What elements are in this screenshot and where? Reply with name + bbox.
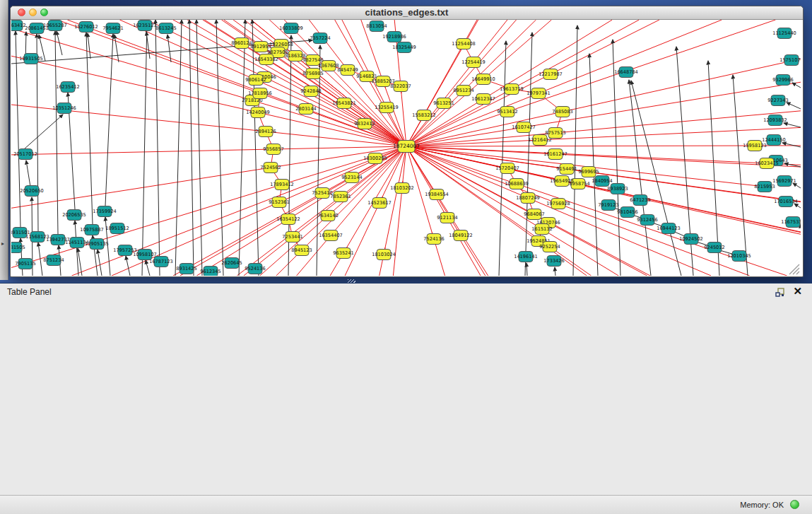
graph-node[interactable]: 14240049 xyxy=(246,107,270,118)
graph-node[interactable]: 15751074 xyxy=(779,55,801,66)
close-window-button[interactable] xyxy=(18,8,25,16)
collapsed-panel-strip[interactable]: ▸ xyxy=(0,0,8,280)
graph-node[interactable]: 2894126 xyxy=(255,127,276,137)
svg-text:16235123: 16235123 xyxy=(133,23,157,28)
graph-node[interactable]: 10688639 xyxy=(505,179,529,189)
graph-node[interactable]: 19384554 xyxy=(425,189,449,200)
graph-node[interactable]: 9612345 xyxy=(200,267,220,276)
graph-node[interactable]: 13255419 xyxy=(375,103,399,113)
svg-text:7525410: 7525410 xyxy=(312,190,332,196)
network-graph[interactable]: 9663412208614511065528715276012795462116… xyxy=(11,20,801,276)
svg-text:18931505: 18931505 xyxy=(19,56,43,62)
svg-text:15583212: 15583212 xyxy=(412,112,436,118)
svg-text:16107427: 16107427 xyxy=(512,124,536,130)
graph-node[interactable]: 7524136 xyxy=(423,234,444,245)
graph-node[interactable]: 1840954 xyxy=(592,176,612,187)
graph-node[interactable]: 15692971 xyxy=(772,176,796,187)
graph-node[interactable]: 8613245 xyxy=(155,23,176,34)
graph-node[interactable]: 9635241 xyxy=(333,248,353,259)
graph-node[interactable]: 9121134 xyxy=(437,213,457,223)
graph-node[interactable]: 9663412 xyxy=(11,21,26,31)
graph-node[interactable]: 8938923 xyxy=(607,184,628,194)
graph-node[interactable]: 8813054 xyxy=(366,21,387,32)
graph-node[interactable]: 7357224 xyxy=(310,33,330,44)
desktop-background: ▸ citations_edges.txt 966341220861451106… xyxy=(0,0,812,283)
graph-node[interactable]: 18300295 xyxy=(363,153,387,164)
graph-node[interactable]: 10975887 xyxy=(80,225,104,235)
graph-node[interactable]: 19218986 xyxy=(382,32,406,42)
graph-node[interactable]: 9699695 xyxy=(578,167,599,177)
red-edge xyxy=(406,146,801,146)
graph-node[interactable]: 20517012 xyxy=(13,149,37,160)
graph-node[interactable]: 16235412 xyxy=(56,82,80,93)
black-edge xyxy=(55,31,58,234)
graph-node[interactable]: 16944123 xyxy=(657,223,681,234)
graph-node[interactable]: 9227343 xyxy=(767,95,788,106)
graph-node[interactable]: 9513412 xyxy=(497,107,517,117)
graph-node[interactable]: 7485083 xyxy=(552,107,572,117)
svg-text:7634140: 7634140 xyxy=(317,213,338,218)
graph-node[interactable]: 11125440 xyxy=(772,28,796,39)
graph-node[interactable]: 14196141 xyxy=(514,252,538,262)
graph-node[interactable]: 8945123 xyxy=(291,245,312,256)
graph-node[interactable]: 15720407 xyxy=(495,163,519,174)
graph-node[interactable]: 6471235 xyxy=(630,195,650,206)
graph-node[interactable]: 10161247 xyxy=(543,149,567,160)
svg-text:12217987: 12217987 xyxy=(539,71,563,77)
svg-text:17818956: 17818956 xyxy=(248,90,272,96)
graph-node[interactable]: 12093832 xyxy=(763,115,787,126)
graph-node[interactable]: 9613251 xyxy=(433,98,454,109)
svg-text:10543821: 10543821 xyxy=(332,100,356,106)
graph-node[interactable]: 15583212 xyxy=(412,110,436,121)
svg-text:18300295: 18300295 xyxy=(363,156,387,161)
graph-node[interactable]: 16354122 xyxy=(276,214,300,225)
graph-node[interactable]: 7954621 xyxy=(102,23,123,34)
graph-node[interactable]: 17893412 xyxy=(270,180,294,190)
graph-node[interactable]: 16649910 xyxy=(471,74,495,85)
svg-text:11254408: 11254408 xyxy=(452,41,476,47)
svg-text:7524562: 7524562 xyxy=(260,165,281,170)
graph-node[interactable]: 10612347 xyxy=(471,94,495,105)
graph-node[interactable]: 8951234 xyxy=(453,86,473,96)
graph-node[interactable]: 9931505 xyxy=(11,243,25,253)
graph-node[interactable]: 9242848 xyxy=(300,86,321,97)
red-edge xyxy=(11,146,406,155)
graph-node[interactable]: 17359924 xyxy=(93,206,117,217)
graph-node[interactable]: 8454749 xyxy=(337,65,358,76)
graph-node[interactable]: 18103202 xyxy=(390,183,414,194)
minimize-window-button[interactable] xyxy=(29,8,37,16)
graph-node[interactable]: 17016534 xyxy=(774,197,798,207)
graph-node[interactable]: 8751234 xyxy=(43,255,64,266)
graph-node[interactable]: 12217987 xyxy=(539,69,563,80)
panel-expand-arrow-icon[interactable]: ▸ xyxy=(1,240,4,247)
svg-text:8613245: 8613245 xyxy=(155,25,176,31)
graph-node[interactable]: 8757513 xyxy=(545,128,565,139)
graph-node[interactable]: 16107427 xyxy=(512,122,536,133)
svg-text:10924502: 10924502 xyxy=(679,236,703,242)
zoom-window-button[interactable] xyxy=(40,8,48,16)
graph-node[interactable]: 15276012 xyxy=(74,22,98,33)
close-icon[interactable]: ✕ xyxy=(793,285,802,298)
graph-node[interactable]: 19613719 xyxy=(500,84,524,95)
graph-node[interactable]: 9356857 xyxy=(263,144,283,155)
graph-node[interactable]: 20206535 xyxy=(62,210,86,221)
graph-node[interactable]: 20520650 xyxy=(20,186,44,197)
graph-node[interactable]: 16354407 xyxy=(319,230,343,241)
resize-grip-icon[interactable] xyxy=(789,264,799,274)
network-window-titlebar[interactable]: citations_edges.txt xyxy=(11,6,803,20)
graph-node[interactable]: 18049122 xyxy=(449,230,473,241)
network-canvas[interactable]: 9663412208614511065528715276012795462116… xyxy=(11,20,801,276)
graph-node[interactable]: 12010345 xyxy=(727,251,751,262)
float-panel-icon[interactable] xyxy=(775,287,785,296)
graph-node[interactable]: 11254408 xyxy=(452,39,476,49)
svg-text:11675334: 11675334 xyxy=(781,219,801,225)
graph-node[interactable]: 11675334 xyxy=(781,217,801,228)
svg-text:9635241: 9635241 xyxy=(333,250,353,256)
graph-node[interactable]: 18951512 xyxy=(105,223,129,234)
graph-node[interactable]: 7524562 xyxy=(260,163,281,173)
graph-node[interactable]: 18103024 xyxy=(372,250,396,260)
svg-text:9329966: 9329966 xyxy=(772,77,793,83)
graph-node[interactable]: 18325449 xyxy=(392,42,416,53)
graph-node[interactable]: 16235123 xyxy=(133,21,157,31)
graph-node[interactable]: 12254419 xyxy=(461,57,486,68)
